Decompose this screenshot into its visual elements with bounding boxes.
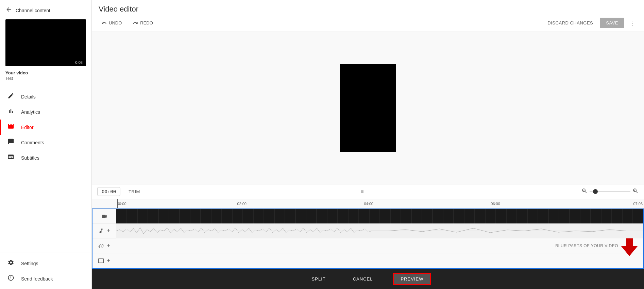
sidebar-header: Channel content	[0, 0, 91, 19]
video-info: Your video Test	[0, 70, 91, 86]
back-button[interactable]	[5, 6, 12, 15]
sidebar-item-details[interactable]: Details	[0, 89, 91, 104]
video-track	[116, 209, 643, 223]
main-content: Video editor UNDO REDO DISCARD CHANGES S…	[92, 0, 644, 289]
video-preview-area	[92, 32, 644, 184]
bottom-action-bar: SPLIT CANCEL PREVIEW	[92, 269, 644, 289]
subtitles-icon	[7, 153, 15, 162]
audio-track	[116, 223, 643, 238]
sidebar-item-editor-label: Editor	[21, 125, 34, 130]
undo-redo-group: UNDO REDO	[99, 18, 156, 28]
zoom-knob	[593, 189, 598, 194]
video-track-icon-row	[92, 209, 116, 223]
zoom-in-icon[interactable]	[632, 188, 639, 195]
video-duration: 0:08	[74, 60, 84, 65]
sidebar: Channel content 0:08 Your video Test Det…	[0, 0, 92, 289]
svg-marker-52	[621, 236, 638, 256]
video-label: Your video	[5, 70, 86, 75]
end-card-icon	[98, 258, 104, 264]
ruler-mark-1: 02:00	[237, 202, 247, 206]
sidebar-item-subtitles[interactable]: Subtitles	[0, 150, 91, 165]
end-card-track-icon-row: +	[92, 253, 116, 268]
add-audio-button[interactable]: +	[107, 228, 111, 234]
music-icon	[98, 228, 104, 234]
split-button[interactable]: SPLIT	[305, 274, 333, 284]
zoom-controls	[581, 188, 639, 195]
blur-track-icon-row: +	[92, 238, 116, 253]
timeline-controls: 00:00 TRIM ≡	[92, 184, 644, 199]
exclamation-icon	[7, 274, 15, 283]
sidebar-nav: Details Analytics Editor Comments Subtit…	[0, 86, 91, 253]
ruler-mark-3: 06:00	[491, 202, 500, 206]
sidebar-title: Channel content	[16, 8, 50, 13]
sidebar-item-send-feedback[interactable]: Send feedback	[0, 271, 91, 286]
video-frames	[116, 209, 643, 223]
sidebar-item-comments-label: Comments	[21, 140, 44, 145]
sidebar-bottom: Settings Send feedback	[0, 253, 91, 289]
audio-track-icon-row: +	[92, 223, 116, 238]
time-display: 00:00	[97, 187, 120, 196]
sidebar-item-analytics[interactable]: Analytics	[0, 104, 91, 120]
sidebar-item-details-label: Details	[21, 94, 36, 100]
trim-button[interactable]: TRIM	[126, 188, 143, 196]
camera-icon	[101, 213, 107, 219]
timeline-tracks: + + +	[92, 209, 644, 269]
sidebar-item-comments[interactable]: Comments	[0, 135, 91, 150]
sidebar-item-subtitles-label: Subtitles	[21, 155, 39, 161]
redo-button[interactable]: REDO	[130, 18, 156, 28]
drag-handle-icon: ≡	[360, 188, 363, 195]
sidebar-item-analytics-label: Analytics	[21, 109, 40, 115]
sidebar-item-settings-label: Settings	[21, 261, 38, 266]
pencil-icon	[7, 92, 15, 101]
sidebar-item-settings[interactable]: Settings	[0, 256, 91, 271]
ruler-mark-4: 07:06	[633, 202, 643, 206]
discard-button[interactable]: DISCARD CHANGES	[543, 18, 597, 28]
video-name: Test	[5, 76, 86, 81]
video-preview	[340, 64, 396, 152]
save-button[interactable]: SAVE	[600, 18, 624, 28]
bar-chart-icon	[7, 108, 15, 116]
add-end-card-button[interactable]: +	[107, 258, 111, 264]
sidebar-item-send-feedback-label: Send feedback	[21, 276, 53, 282]
topbar: Video editor UNDO REDO DISCARD CHANGES S…	[92, 0, 644, 32]
zoom-out-icon[interactable]	[581, 188, 588, 195]
gear-icon	[7, 259, 15, 268]
redo-label: REDO	[140, 20, 153, 25]
timeline-center: ≡	[148, 188, 576, 195]
blur-track-label: BLUR PARTS OF YOUR VIDEO	[555, 243, 618, 248]
more-options-button[interactable]: ⋮	[627, 18, 637, 28]
page-title: Video editor	[99, 5, 637, 14]
ruler-mark-0: 00:00	[117, 202, 126, 206]
comment-icon	[7, 138, 15, 147]
red-arrow-icon	[621, 236, 638, 256]
cancel-button[interactable]: CANCEL	[346, 274, 380, 284]
sidebar-item-editor[interactable]: Editor	[0, 120, 91, 135]
blur-icon	[98, 243, 104, 249]
timeline-ruler: 00:00 02:00 04:00 06:00 07:06	[92, 199, 644, 209]
video-thumbnail: 0:08	[5, 19, 86, 66]
end-card-track	[116, 253, 643, 268]
playhead	[117, 199, 118, 208]
add-blur-button[interactable]: +	[107, 243, 111, 249]
undo-button[interactable]: UNDO	[99, 18, 124, 28]
ruler-mark-2: 04:00	[364, 202, 373, 206]
undo-label: UNDO	[109, 20, 122, 25]
film-icon	[7, 123, 15, 131]
preview-button[interactable]: PREVIEW	[393, 273, 431, 285]
tracks-content: BLUR PARTS OF YOUR VIDEO	[116, 209, 643, 268]
waveform	[116, 223, 643, 238]
blur-track: BLUR PARTS OF YOUR VIDEO	[116, 238, 643, 253]
zoom-slider[interactable]	[590, 191, 630, 192]
track-icons: + + +	[92, 209, 116, 268]
